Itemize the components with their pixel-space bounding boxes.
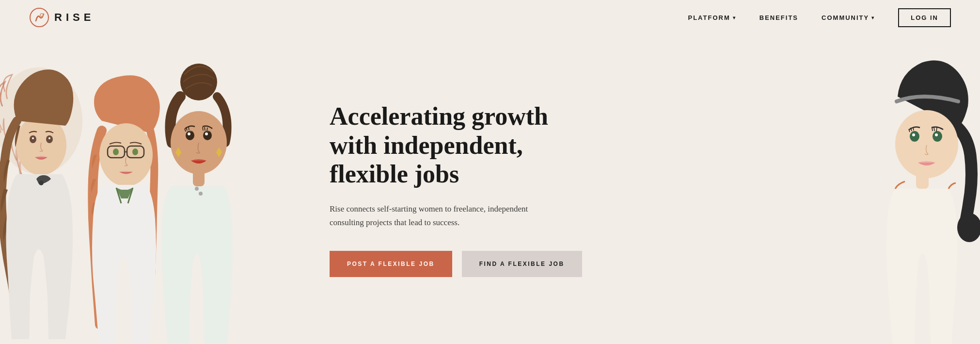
illustration-woman3 (150, 58, 247, 344)
nav-platform[interactable]: PLATFORM ▾ (688, 14, 736, 21)
svg-point-14 (132, 148, 138, 155)
svg-point-33 (912, 133, 915, 136)
chevron-down-icon: ▾ (733, 15, 736, 20)
hero-content: Accelerating growth with independent, fl… (330, 102, 601, 277)
hero-title: Accelerating growth with independent, fl… (330, 102, 601, 189)
svg-point-13 (113, 148, 119, 155)
hero-buttons: POST A FLEXIBLE JOB FIND A FLEXIBLE JOB (330, 251, 601, 277)
svg-point-0 (30, 8, 48, 27)
svg-point-27 (199, 192, 203, 196)
illustrations-left (0, 35, 310, 344)
nav-links: PLATFORM ▾ BENEFITS COMMUNITY ▾ LOG IN (688, 8, 951, 27)
svg-point-6 (32, 137, 34, 139)
hero-subtitle: Rise connects self-starting women to fre… (330, 202, 533, 229)
svg-point-17 (180, 64, 217, 100)
svg-point-22 (188, 132, 190, 135)
svg-point-20 (186, 131, 194, 140)
svg-point-34 (935, 133, 938, 136)
logo-text: RISE (54, 11, 95, 24)
svg-point-23 (205, 132, 208, 135)
find-job-button[interactable]: FIND A FLEXIBLE JOB (462, 251, 582, 277)
svg-point-26 (195, 187, 199, 191)
logo-icon (29, 7, 49, 28)
svg-point-8 (39, 180, 44, 185)
hero-section: Accelerating growth with independent, fl… (0, 35, 980, 344)
svg-point-31 (910, 131, 919, 142)
logo[interactable]: RISE (29, 7, 95, 28)
svg-point-30 (895, 110, 958, 178)
nav-community[interactable]: COMMUNITY ▾ (822, 14, 875, 21)
login-button[interactable]: LOG IN (898, 8, 951, 27)
svg-point-32 (933, 131, 942, 142)
post-job-button[interactable]: POST A FLEXIBLE JOB (330, 251, 452, 277)
illustrations-right (873, 35, 980, 344)
svg-point-21 (203, 131, 212, 140)
nav-benefits[interactable]: BENEFITS (759, 14, 798, 21)
navigation: RISE PLATFORM ▾ BENEFITS COMMUNITY ▾ LOG… (0, 0, 980, 35)
illustration-woman-right (873, 58, 980, 344)
chevron-down-icon: ▾ (871, 15, 875, 20)
svg-point-7 (48, 137, 50, 139)
